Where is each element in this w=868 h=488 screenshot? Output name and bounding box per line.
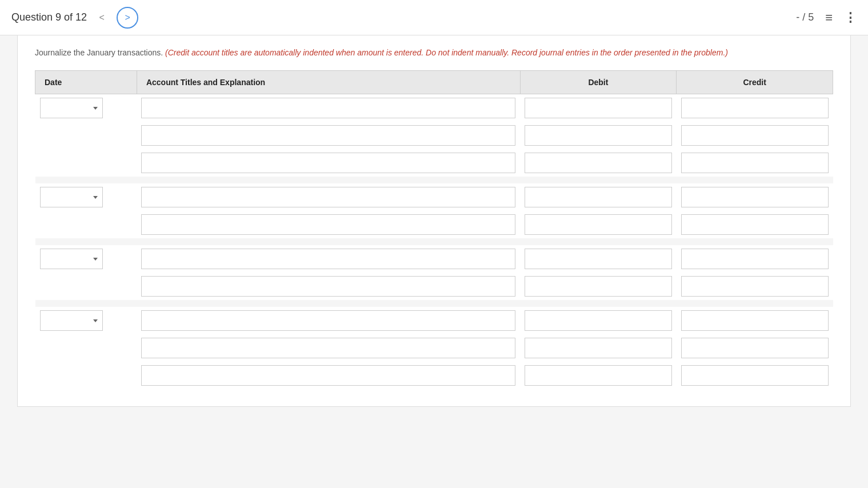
account-input-1-3[interactable] [141, 153, 515, 173]
instruction-text: Journalize the January transactions. (Cr… [35, 47, 833, 59]
score-display: - / 5 [796, 11, 814, 23]
account-input-2-2[interactable] [141, 214, 515, 235]
debit-cell-4-3 [520, 362, 677, 389]
debit-cell-3-1 [520, 245, 677, 273]
table-row [35, 307, 833, 334]
credit-cell-1-2 [677, 122, 833, 149]
account-input-4-2[interactable] [141, 338, 515, 358]
credit-input-4-3[interactable] [681, 365, 829, 386]
separator [35, 238, 833, 245]
credit-cell-4-1 [677, 307, 833, 334]
debit-input-3-1[interactable] [525, 249, 672, 269]
date-cell-3 [35, 245, 137, 273]
account-input-2-1[interactable] [141, 187, 515, 207]
list-icon[interactable]: ≡ [825, 10, 833, 25]
credit-input-1-3[interactable] [681, 153, 829, 173]
credit-cell-1-1 [677, 94, 833, 122]
more-icon[interactable]: ⋮ [844, 10, 857, 25]
account-cell-2-2 [137, 211, 520, 238]
account-input-4-1[interactable] [141, 310, 515, 331]
credit-input-2-2[interactable] [681, 214, 829, 235]
debit-input-1-1[interactable] [525, 98, 672, 118]
date-select-1[interactable] [40, 98, 103, 118]
table-row [35, 183, 833, 211]
credit-cell-2-1 [677, 183, 833, 211]
account-cell-4-1 [137, 307, 520, 334]
date-empty-2-2 [35, 211, 137, 238]
separator-row [35, 238, 833, 245]
account-input-1-2[interactable] [141, 125, 515, 146]
account-input-4-3[interactable] [141, 365, 515, 386]
next-button[interactable]: > [117, 7, 138, 29]
separator-row [35, 300, 833, 307]
account-input-3-1[interactable] [141, 249, 515, 269]
debit-input-1-3[interactable] [525, 153, 672, 173]
date-cell-2 [35, 183, 137, 211]
account-cell-3-2 [137, 273, 520, 300]
credit-input-2-1[interactable] [681, 187, 829, 207]
date-cell-4 [35, 307, 137, 334]
date-select-2[interactable] [40, 187, 103, 207]
journal-table: Date Account Titles and Explanation Debi… [35, 70, 833, 389]
table-header: Date Account Titles and Explanation Debi… [35, 71, 833, 94]
debit-cell-4-2 [520, 334, 677, 362]
question-label: Question 9 of 12 [11, 11, 87, 23]
debit-cell-3-2 [520, 273, 677, 300]
debit-input-4-1[interactable] [525, 310, 672, 331]
header-credit: Credit [677, 71, 833, 94]
account-cell-2-1 [137, 183, 520, 211]
credit-input-1-2[interactable] [681, 125, 829, 146]
account-input-1-1[interactable] [141, 98, 515, 118]
debit-input-4-3[interactable] [525, 365, 672, 386]
debit-cell-4-1 [520, 307, 677, 334]
debit-input-1-2[interactable] [525, 125, 672, 146]
account-input-3-2[interactable] [141, 276, 515, 297]
date-select-4[interactable] [40, 310, 103, 331]
prev-button[interactable]: < [94, 10, 110, 26]
table-row [35, 273, 833, 300]
credit-input-1-1[interactable] [681, 98, 829, 118]
header-debit: Debit [520, 71, 677, 94]
main-content: Journalize the January transactions. (Cr… [17, 35, 851, 407]
date-empty-1-3 [35, 149, 137, 177]
debit-cell-1-3 [520, 149, 677, 177]
debit-input-3-2[interactable] [525, 276, 672, 297]
table-body [35, 94, 833, 390]
debit-cell-2-2 [520, 211, 677, 238]
debit-cell-2-1 [520, 183, 677, 211]
credit-cell-3-2 [677, 273, 833, 300]
credit-input-4-2[interactable] [681, 338, 829, 358]
account-cell-3-1 [137, 245, 520, 273]
credit-input-3-2[interactable] [681, 276, 829, 297]
separator [35, 177, 833, 183]
instruction-note: (Credit account titles are automatically… [165, 48, 728, 57]
account-cell-1-1 [137, 94, 520, 122]
account-cell-1-3 [137, 149, 520, 177]
account-cell-1-2 [137, 122, 520, 149]
instruction-main: Journalize the January transactions. [35, 48, 163, 57]
date-cell-1 [35, 94, 137, 122]
credit-cell-1-3 [677, 149, 833, 177]
header-account: Account Titles and Explanation [137, 71, 520, 94]
account-cell-4-3 [137, 362, 520, 389]
debit-input-2-1[interactable] [525, 187, 672, 207]
table-row [35, 149, 833, 177]
nav-left: Question 9 of 12 < > [11, 7, 138, 29]
date-empty-3-2 [35, 273, 137, 300]
debit-input-4-2[interactable] [525, 338, 672, 358]
separator-row [35, 177, 833, 183]
account-cell-4-2 [137, 334, 520, 362]
date-empty-1-2 [35, 122, 137, 149]
debit-cell-1-1 [520, 94, 677, 122]
table-row [35, 211, 833, 238]
table-row [35, 122, 833, 149]
debit-input-2-2[interactable] [525, 214, 672, 235]
credit-input-4-1[interactable] [681, 310, 829, 331]
separator [35, 300, 833, 307]
debit-cell-1-2 [520, 122, 677, 149]
date-select-3[interactable] [40, 249, 103, 269]
header-date: Date [35, 71, 137, 94]
date-empty-4-3 [35, 362, 137, 389]
credit-input-3-1[interactable] [681, 249, 829, 269]
table-row [35, 245, 833, 273]
